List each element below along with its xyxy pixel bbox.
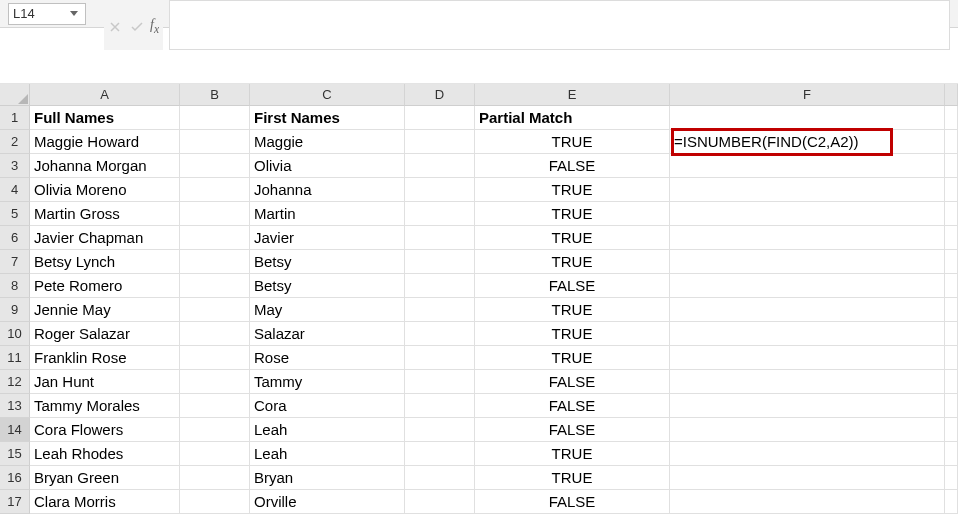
cell-B1[interactable]	[180, 106, 250, 130]
row-header[interactable]: 11	[0, 346, 30, 370]
cell-A2[interactable]: Maggie Howard	[30, 130, 180, 154]
cell-E10[interactable]: TRUE	[475, 322, 670, 346]
row-header[interactable]: 13	[0, 394, 30, 418]
formula-input[interactable]	[176, 3, 943, 18]
cell-D2[interactable]	[405, 130, 475, 154]
cell-A14[interactable]: Cora Flowers	[30, 418, 180, 442]
cell-E13[interactable]: FALSE	[475, 394, 670, 418]
cell-A10[interactable]: Roger Salazar	[30, 322, 180, 346]
row-header[interactable]: 17	[0, 490, 30, 514]
cell-E9[interactable]: TRUE	[475, 298, 670, 322]
cell-C6[interactable]: Javier	[250, 226, 405, 250]
cell-A15[interactable]: Leah Rhodes	[30, 442, 180, 466]
cell-edge[interactable]	[945, 226, 958, 250]
cell-D1[interactable]	[405, 106, 475, 130]
cell-E16[interactable]: TRUE	[475, 466, 670, 490]
cell-B7[interactable]	[180, 250, 250, 274]
col-header-E[interactable]: E	[475, 84, 670, 106]
cell-E5[interactable]: TRUE	[475, 202, 670, 226]
cell-A4[interactable]: Olivia Moreno	[30, 178, 180, 202]
row-header[interactable]: 7	[0, 250, 30, 274]
cell-D8[interactable]	[405, 274, 475, 298]
cell-B2[interactable]	[180, 130, 250, 154]
cell-A12[interactable]: Jan Hunt	[30, 370, 180, 394]
col-header-B[interactable]: B	[180, 84, 250, 106]
row-header[interactable]: 12	[0, 370, 30, 394]
cell-D4[interactable]	[405, 178, 475, 202]
row-header[interactable]: 16	[0, 466, 30, 490]
cell-F16[interactable]	[670, 466, 945, 490]
cell-F1[interactable]	[670, 106, 945, 130]
spreadsheet-grid[interactable]: A B C D E F 1Full NamesFirst NamesPartia…	[0, 84, 958, 514]
row-header[interactable]: 1	[0, 106, 30, 130]
cell-edge[interactable]	[945, 106, 958, 130]
cell-B17[interactable]	[180, 490, 250, 514]
cell-B10[interactable]	[180, 322, 250, 346]
cell-B14[interactable]	[180, 418, 250, 442]
cell-D12[interactable]	[405, 370, 475, 394]
cell-B16[interactable]	[180, 466, 250, 490]
cell-F12[interactable]	[670, 370, 945, 394]
cell-F2[interactable]: =ISNUMBER(FIND(C2,A2))	[670, 130, 945, 154]
cell-B15[interactable]	[180, 442, 250, 466]
row-header[interactable]: 10	[0, 322, 30, 346]
cell-A7[interactable]: Betsy Lynch	[30, 250, 180, 274]
cell-E11[interactable]: TRUE	[475, 346, 670, 370]
cell-A11[interactable]: Franklin Rose	[30, 346, 180, 370]
cell-C1[interactable]: First Names	[250, 106, 405, 130]
cell-C11[interactable]: Rose	[250, 346, 405, 370]
cell-A3[interactable]: Johanna Morgan	[30, 154, 180, 178]
cell-D16[interactable]	[405, 466, 475, 490]
cell-F6[interactable]	[670, 226, 945, 250]
cell-F3[interactable]	[670, 154, 945, 178]
cell-E2[interactable]: TRUE	[475, 130, 670, 154]
cell-C16[interactable]: Bryan	[250, 466, 405, 490]
cell-F8[interactable]	[670, 274, 945, 298]
cell-B11[interactable]	[180, 346, 250, 370]
cell-E14[interactable]: FALSE	[475, 418, 670, 442]
cell-D13[interactable]	[405, 394, 475, 418]
cell-D11[interactable]	[405, 346, 475, 370]
cell-C13[interactable]: Cora	[250, 394, 405, 418]
cell-D5[interactable]	[405, 202, 475, 226]
cell-E12[interactable]: FALSE	[475, 370, 670, 394]
cell-D3[interactable]	[405, 154, 475, 178]
cell-D7[interactable]	[405, 250, 475, 274]
col-header-F[interactable]: F	[670, 84, 945, 106]
row-header[interactable]: 15	[0, 442, 30, 466]
cell-edge[interactable]	[945, 250, 958, 274]
row-header[interactable]: 14	[0, 418, 30, 442]
cell-edge[interactable]	[945, 178, 958, 202]
cell-D6[interactable]	[405, 226, 475, 250]
cell-F10[interactable]	[670, 322, 945, 346]
cell-A13[interactable]: Tammy Morales	[30, 394, 180, 418]
cell-A8[interactable]: Pete Romero	[30, 274, 180, 298]
cell-D10[interactable]	[405, 322, 475, 346]
cell-A16[interactable]: Bryan Green	[30, 466, 180, 490]
cell-edge[interactable]	[945, 202, 958, 226]
cell-B3[interactable]	[180, 154, 250, 178]
cell-F7[interactable]	[670, 250, 945, 274]
cell-B12[interactable]	[180, 370, 250, 394]
cell-edge[interactable]	[945, 490, 958, 514]
cell-edge[interactable]	[945, 466, 958, 490]
cell-edge[interactable]	[945, 274, 958, 298]
cell-edge[interactable]	[945, 418, 958, 442]
cell-D9[interactable]	[405, 298, 475, 322]
cell-E17[interactable]: FALSE	[475, 490, 670, 514]
cell-B4[interactable]	[180, 178, 250, 202]
cell-E6[interactable]: TRUE	[475, 226, 670, 250]
cell-F17[interactable]	[670, 490, 945, 514]
cell-F4[interactable]	[670, 178, 945, 202]
cell-F11[interactable]	[670, 346, 945, 370]
cell-F14[interactable]	[670, 418, 945, 442]
name-box[interactable]: L14	[8, 3, 86, 25]
col-header-A[interactable]: A	[30, 84, 180, 106]
row-header[interactable]: 8	[0, 274, 30, 298]
cell-edge[interactable]	[945, 370, 958, 394]
cell-edge[interactable]	[945, 394, 958, 418]
select-all-corner[interactable]	[0, 84, 30, 106]
cell-F5[interactable]	[670, 202, 945, 226]
col-header-C[interactable]: C	[250, 84, 405, 106]
cell-B6[interactable]	[180, 226, 250, 250]
